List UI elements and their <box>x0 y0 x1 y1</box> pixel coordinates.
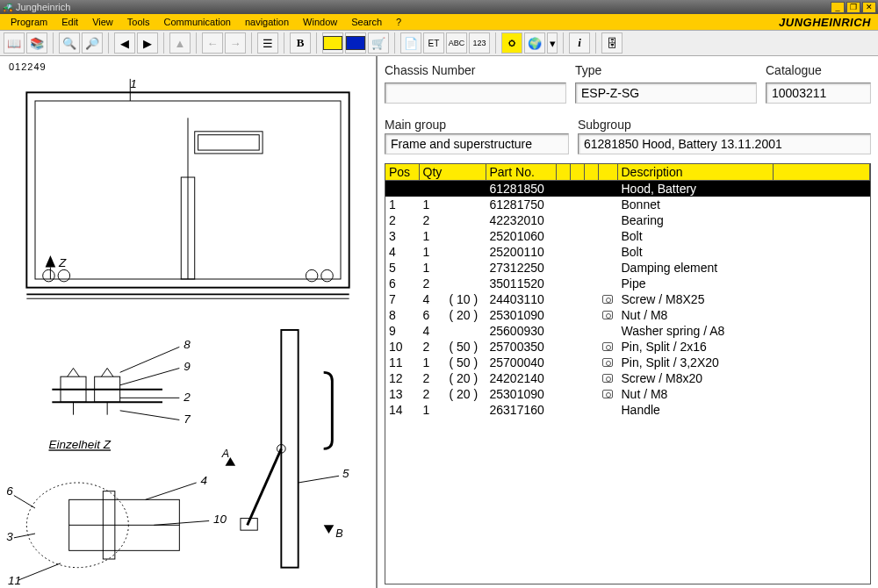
table-row[interactable]: 3125201060Bolt <box>385 228 870 244</box>
svg-text:11: 11 <box>8 574 21 584</box>
svg-line-46 <box>14 496 35 509</box>
zoom-in-icon[interactable]: 🔍 <box>59 32 80 54</box>
color-yellow-swatch[interactable] <box>322 32 343 54</box>
svg-line-50 <box>18 563 61 580</box>
svg-text:9: 9 <box>184 360 191 373</box>
col-blank2[interactable] <box>570 164 584 181</box>
nav-prev-icon[interactable]: ◀ <box>114 32 135 54</box>
svg-rect-5 <box>198 135 260 150</box>
svg-text:6: 6 <box>6 484 13 498</box>
window-minimize-button[interactable]: _ <box>831 2 845 13</box>
catalog-icon[interactable]: 📖 <box>4 32 25 54</box>
abc-icon[interactable]: ABC <box>446 32 467 54</box>
document-icon[interactable]: 📄 <box>400 32 421 54</box>
svg-text:Z: Z <box>58 256 67 269</box>
collapse-icon[interactable]: ☰ <box>257 32 278 54</box>
menu-help[interactable]: ? <box>389 17 408 27</box>
table-row[interactable]: 61281850Hood, Battery <box>385 181 870 197</box>
info-icon[interactable]: i <box>569 32 590 54</box>
window-title: Jungheinrich <box>14 2 829 12</box>
col-blank4[interactable] <box>598 164 617 181</box>
window-close-button[interactable]: ✕ <box>862 2 876 13</box>
table-row[interactable]: 122( 20 )24202140Screw / M8x20 <box>385 370 870 386</box>
type-label: Type <box>575 61 757 79</box>
svg-line-40 <box>299 476 339 483</box>
color-blue-swatch[interactable] <box>345 32 366 54</box>
table-row[interactable]: 86( 20 )25301090Nut / M8 <box>385 307 870 323</box>
menu-window[interactable]: Window <box>296 17 344 27</box>
et-icon[interactable]: ET <box>423 32 444 54</box>
chassis-field[interactable] <box>385 82 566 104</box>
svg-point-10 <box>306 269 318 282</box>
globe-icon[interactable]: 🌍 <box>524 32 545 54</box>
app-icon: 🚜 <box>2 2 14 13</box>
col-qty[interactable]: Qty <box>419 164 486 181</box>
svg-text:10: 10 <box>213 513 227 526</box>
col-description[interactable]: Description <box>617 164 774 181</box>
highlight-icon[interactable]: ⭘ <box>501 32 522 54</box>
catalogue-field[interactable]: 10003211 <box>766 82 871 104</box>
svg-text:4: 4 <box>201 474 208 487</box>
svg-marker-12 <box>46 255 56 268</box>
nav-next-icon[interactable]: ▶ <box>137 32 158 54</box>
col-pos[interactable]: Pos <box>385 164 419 181</box>
svg-line-54 <box>154 521 209 526</box>
type-field[interactable]: ESP-Z-SG <box>575 82 757 104</box>
col-blank1[interactable] <box>556 164 570 181</box>
bold-icon[interactable]: B <box>290 32 311 54</box>
menu-edit[interactable]: Edit <box>54 17 85 27</box>
table-row[interactable]: 102( 50 )25700350Pin, Split / 2x16 <box>385 339 870 355</box>
svg-text:B: B <box>335 527 342 540</box>
window-restore-button[interactable]: ❐ <box>846 2 860 13</box>
drawing-panel: 012249 1 Z <box>0 56 378 588</box>
maingroup-label: Main group <box>385 116 569 133</box>
menu-search[interactable]: Search <box>344 17 389 27</box>
svg-line-52 <box>146 483 197 499</box>
svg-line-33 <box>248 448 282 525</box>
svg-text:8: 8 <box>184 338 191 351</box>
table-row[interactable]: 74( 10 )24403110Screw / M8X25 <box>385 291 870 307</box>
svg-line-29 <box>120 411 180 420</box>
col-partno[interactable]: Part No. <box>486 164 556 181</box>
menu-tools[interactable]: Tools <box>120 17 157 27</box>
details-panel: Chassis Number Type Catalogue ESP-Z-SG 1… <box>378 56 878 588</box>
menu-navigation[interactable]: navigation <box>238 17 296 27</box>
svg-text:7: 7 <box>184 412 191 426</box>
menu-communication[interactable]: Communication <box>157 17 238 27</box>
table-row[interactable]: 2242232010Bearing <box>385 212 870 228</box>
photo-icon <box>602 311 613 319</box>
table-row[interactable]: 1161281750Bonnet <box>385 197 870 212</box>
menu-program[interactable]: Program <box>4 17 54 27</box>
menubar: Program Edit View Tools Communication na… <box>0 14 878 30</box>
stack-icon[interactable]: 📚 <box>26 32 47 54</box>
menu-view[interactable]: View <box>85 17 120 27</box>
svg-text:A: A <box>221 448 229 460</box>
table-row[interactable]: 132( 20 )25301090Nut / M8 <box>385 386 870 402</box>
subgroup-label: Subgroup <box>578 116 871 133</box>
maingroup-field[interactable]: Frame and superstructure <box>385 133 569 154</box>
drawing-id: 012249 <box>9 61 371 72</box>
col-blank5[interactable] <box>774 164 870 181</box>
parts-table[interactable]: Pos Qty Part No. Description 61281850Hoo… <box>385 163 871 584</box>
123-icon[interactable]: 123 <box>469 32 490 54</box>
photo-icon <box>602 390 613 398</box>
table-row[interactable]: 4125200110Bolt <box>385 244 870 260</box>
table-row[interactable]: 6235011520Pipe <box>385 276 870 291</box>
dropdown-arrow-icon[interactable]: ▾ <box>547 32 558 54</box>
subgroup-field[interactable]: 61281850 Hood, Battery 13.11.2001 <box>578 133 871 154</box>
svg-point-11 <box>321 269 334 282</box>
col-blank3[interactable] <box>584 164 598 181</box>
cart-icon[interactable]: 🛒 <box>368 32 389 54</box>
technical-drawing: 1 Z <box>5 75 371 584</box>
table-row[interactable]: 14126317160Handle <box>385 402 870 418</box>
archive-icon[interactable]: 🗄 <box>601 32 623 54</box>
toolbar: 📖 📚 🔍 🔎 ◀ ▶ ▲ ← → ☰ B 🛒 📄 ET ABC 123 ⭘ 🌍… <box>0 30 878 56</box>
titlebar: 🚜 Jungheinrich _ ❐ ✕ <box>0 0 878 14</box>
zoom-out-icon[interactable]: 🔎 <box>82 32 103 54</box>
table-row[interactable]: 5127312250Damping element <box>385 260 870 276</box>
catalogue-label: Catalogue <box>766 61 871 79</box>
svg-line-23 <box>120 347 180 372</box>
table-row[interactable]: 9425600930Washer spring / A8 <box>385 323 870 339</box>
history-forward-icon: → <box>225 32 246 54</box>
table-row[interactable]: 111( 50 )25700040Pin, Split / 3,2X20 <box>385 355 870 370</box>
